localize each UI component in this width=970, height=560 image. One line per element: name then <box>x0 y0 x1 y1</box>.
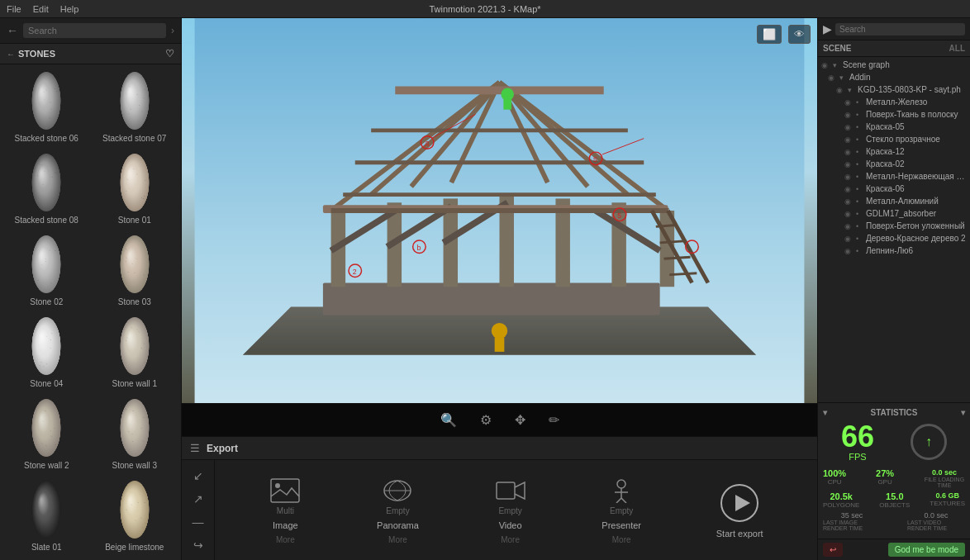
svg-text:5: 5 <box>617 211 621 220</box>
file-menu[interactable]: File <box>7 4 21 14</box>
export-image-item[interactable]: Multi Image More <box>269 477 302 544</box>
tree-item[interactable]: ◉ • Стекло прозрачное <box>818 133 970 145</box>
image-more[interactable]: More <box>276 535 295 544</box>
svg-text:5: 5 <box>593 155 597 164</box>
scene-label: SCENE <box>823 44 851 53</box>
video-icon <box>494 477 527 505</box>
material-label: Stone 03 <box>118 297 151 306</box>
tree-item[interactable]: ◉ • Краска-12 <box>818 145 970 158</box>
svg-point-48 <box>492 323 507 339</box>
tree-item[interactable]: ◉ • Поверх-Бетон уложенный <box>818 220 970 232</box>
tree-item[interactable]: ◉ • Лепнин-Лю6 <box>818 244 970 257</box>
tree-item[interactable]: ◉ • Краска-06 <box>818 183 970 195</box>
aspect-ratio-button[interactable]: ⬜ <box>757 25 782 44</box>
file-loading-label: FILE LOADING TIME <box>924 477 965 488</box>
svg-line-33 <box>664 257 691 259</box>
list-item[interactable]: Stacked stone 06 <box>3 68 90 148</box>
list-item[interactable]: Stacked stone 08 <box>3 149 90 230</box>
export-items: Multi Image More <box>215 468 817 553</box>
list-item[interactable]: Stacked stone 07 <box>92 68 178 148</box>
tree-item[interactable]: ◉ • GDLM17_absorber <box>818 207 970 220</box>
tree-item[interactable]: ◉ • Краска-05 <box>818 121 970 133</box>
export-presenter-item[interactable]: Empty Presenter More <box>601 477 641 544</box>
material-sphere-11 <box>105 480 164 539</box>
tree-item[interactable]: ◉ • Металл-Железо <box>818 96 970 108</box>
list-item[interactable]: Stone 03 <box>92 231 178 311</box>
edit-menu[interactable]: Edit <box>33 4 49 14</box>
export-out-icon[interactable]: ↪ <box>190 535 207 555</box>
image-status: Multi <box>277 506 294 515</box>
tree-item[interactable]: ◉ • Краска-02 <box>818 158 970 170</box>
panorama-more[interactable]: More <box>388 535 407 544</box>
grid-tool-icon[interactable]: ⚙ <box>477 409 495 431</box>
list-item[interactable]: Stone 04 <box>3 313 90 393</box>
tree-item[interactable]: ◉ • Дерево-Красное дерево 2 <box>818 232 970 244</box>
favorites-icon[interactable]: ♡ <box>165 48 174 59</box>
export-video-item[interactable]: Empty Video More <box>494 477 527 544</box>
objects-stat: 15.0 OBJECTS <box>879 491 910 509</box>
presenter-status: Empty <box>610 506 633 515</box>
help-menu[interactable]: Help <box>60 4 79 14</box>
fps-value: 66 <box>841 422 874 452</box>
viewport-scene-svg: д 5 5 b 2 <box>182 18 817 403</box>
export-panorama-item[interactable]: Empty Panorama More <box>377 477 419 544</box>
left-search-input[interactable] <box>23 23 166 38</box>
tree-item-kgd[interactable]: ◉ ▾ KGD-135-0803-KP - sayt.ph <box>818 83 970 96</box>
back-button[interactable]: ↩ <box>823 543 843 557</box>
import-icon[interactable]: ↙ <box>190 466 207 486</box>
all-label[interactable]: ALL <box>949 44 965 53</box>
export-side-icon[interactable]: ↗ <box>190 489 207 509</box>
left-panel: ← › ← STONES ♡ Stacked stone 06 Stacked … <box>0 18 182 560</box>
god-mode-button[interactable]: God me be mode <box>888 543 965 557</box>
tree-label: KGD-135-0803-KP - sayt.ph <box>858 85 967 94</box>
eye-icon: ◉ <box>844 235 854 243</box>
material-label: Stone wall 1 <box>112 379 157 388</box>
search-tool-icon[interactable]: 🔍 <box>437 409 460 431</box>
eye-icon: ◉ <box>844 98 854 107</box>
video-more[interactable]: More <box>501 535 520 544</box>
menu-bar: File Edit Help <box>7 4 78 14</box>
presenter-more[interactable]: More <box>612 535 631 544</box>
dash-icon[interactable]: — <box>189 512 207 532</box>
list-item[interactable]: Stone wall 1 <box>92 313 178 393</box>
stats-more-icon[interactable]: ▾ <box>961 408 965 417</box>
3d-viewport[interactable]: д 5 5 b 2 <box>182 18 817 403</box>
back-icon[interactable]: ← <box>7 50 15 59</box>
tree-item-scene-graph[interactable]: ◉ ▾ Scene graph <box>818 59 970 71</box>
pencil-tool-icon[interactable]: ✏ <box>545 409 563 431</box>
item-icon: • <box>856 185 864 193</box>
item-icon: • <box>856 160 864 168</box>
cpu-label: CPU <box>823 478 846 486</box>
start-export-item[interactable]: Start export <box>716 482 763 539</box>
eye-button[interactable]: 👁 <box>788 25 811 44</box>
svg-line-34 <box>669 273 697 275</box>
item-icon: • <box>856 123 864 131</box>
list-item[interactable]: Slate 01 <box>3 477 90 557</box>
center-area: д 5 5 b 2 <box>182 18 817 560</box>
tree-item[interactable]: ◉ • Поверх-Ткань в полоску <box>818 108 970 121</box>
right-search-input[interactable] <box>835 23 965 36</box>
stats-chevron-icon[interactable]: ▾ <box>823 408 827 417</box>
tree-item[interactable]: ◉ • Металл-Нержавеющая сталь <box>818 170 970 183</box>
file-loading-value: 0.0 sec <box>924 468 965 477</box>
material-label: Stone 01 <box>118 216 151 225</box>
eye-icon: ◉ <box>844 210 854 218</box>
tree-item[interactable]: ◉ • Металл-Алюминий <box>818 195 970 207</box>
hamburger-icon[interactable]: ☰ <box>190 442 200 454</box>
presenter-label: Presenter <box>601 520 641 530</box>
back-arrow-icon[interactable]: ← <box>7 24 18 37</box>
svg-line-32 <box>660 241 684 243</box>
last-image-stat: 35 sec LAST IMAGE RENDER TIME <box>823 511 881 531</box>
last-video-value: 0.0 sec <box>907 511 965 520</box>
move-tool-icon[interactable]: ✥ <box>511 409 529 431</box>
list-item[interactable]: Stone 01 <box>92 149 178 230</box>
tree-label: Краска-06 <box>866 184 967 193</box>
list-item[interactable]: Stone 02 <box>3 231 90 311</box>
viewport-icons: ⬜ 👁 <box>757 25 811 44</box>
tree-item-addin[interactable]: ◉ ▾ Addin <box>818 71 970 83</box>
list-item[interactable]: Stone wall 3 <box>92 395 178 475</box>
list-item[interactable]: Stone wall 2 <box>3 395 90 475</box>
panorama-status: Empty <box>386 506 409 515</box>
list-item[interactable]: Beige limestone <box>92 477 178 557</box>
play-icon[interactable]: ▶ <box>823 22 832 36</box>
